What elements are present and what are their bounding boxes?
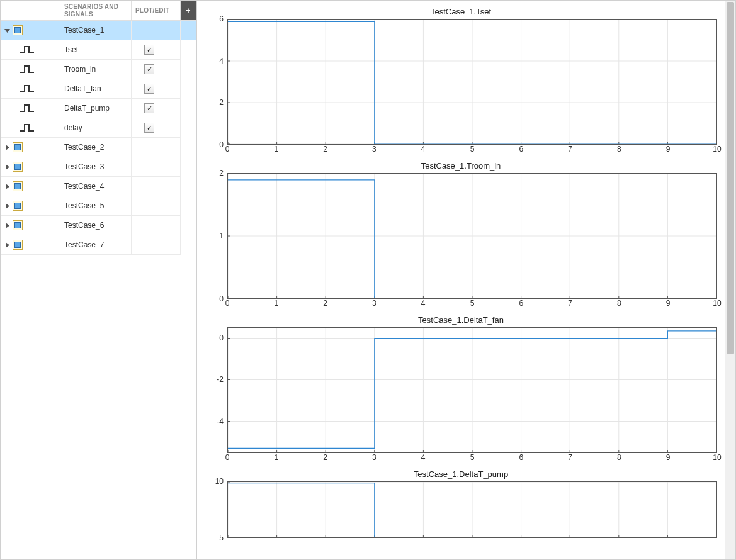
plus-icon: +	[183, 6, 193, 16]
signal-row[interactable]: delay✓	[1, 118, 196, 138]
signal-step-icon	[20, 45, 35, 55]
x-tick-label: 9	[666, 453, 671, 462]
testcase-row[interactable]: TestCase_3	[1, 157, 196, 177]
row-icon-cell	[1, 196, 60, 216]
y-tick-label: -4	[217, 417, 224, 426]
signal-step-icon	[20, 64, 35, 74]
testcase-icon	[13, 142, 23, 152]
scenarios-tree-panel: SCENARIOS AND SIGNALS PLOT/EDIT + TestCa…	[1, 1, 197, 559]
signal-step-icon	[20, 103, 35, 113]
row-icon-cell	[1, 99, 60, 118]
add-scenario-header[interactable]: +	[181, 1, 196, 21]
signal-plot[interactable]: TestCase_1.Tset0246012345678910	[197, 1, 725, 155]
x-axis-labels: 012345678910	[227, 145, 717, 155]
signal-row[interactable]: DeltaT_fan✓	[1, 79, 196, 99]
x-tick-label: 8	[617, 299, 621, 308]
scrollbar-thumb[interactable]	[727, 2, 734, 354]
signal-name[interactable]: Troom_in	[60, 60, 132, 79]
row-icon-cell	[1, 79, 60, 99]
plot-axes[interactable]	[227, 19, 717, 145]
plot-edit-header: PLOT/EDIT	[132, 1, 181, 21]
x-tick-label: 0	[225, 145, 230, 154]
plot-axes[interactable]	[227, 173, 717, 299]
x-tick-label: 4	[421, 453, 426, 462]
signal-name[interactable]: delay	[60, 118, 132, 138]
svg-marker-6	[6, 164, 9, 170]
plot-edit-checkbox[interactable]: ✓	[144, 64, 154, 74]
plot-edit-checkbox[interactable]: ✓	[144, 84, 154, 94]
testcase-row[interactable]: TestCase_2	[1, 138, 196, 157]
testcase-row[interactable]: TestCase_5	[1, 196, 196, 216]
testcase-name[interactable]: TestCase_2	[60, 138, 132, 157]
x-tick-label: 6	[519, 145, 523, 154]
testcase-row[interactable]: TestCase_6	[1, 216, 196, 235]
svg-marker-9	[6, 184, 9, 189]
check-icon: ✓	[147, 86, 152, 92]
testcase-name[interactable]: TestCase_4	[60, 177, 132, 196]
x-tick-label: 1	[274, 145, 278, 154]
signal-row[interactable]: DeltaT_pump✓	[1, 99, 196, 118]
testcase-row[interactable]: TestCase_1	[1, 21, 196, 40]
svg-rect-8	[15, 164, 21, 170]
signal-step-icon	[20, 123, 35, 133]
testcase-name[interactable]: TestCase_5	[60, 196, 132, 216]
x-tick-label: 3	[372, 453, 376, 462]
signal-name[interactable]: Tset	[60, 40, 132, 60]
signal-name[interactable]: DeltaT_pump	[60, 99, 132, 118]
testcase-icon	[13, 201, 23, 211]
x-tick-label: 3	[372, 299, 376, 308]
svg-marker-18	[6, 242, 9, 248]
row-icon-cell	[1, 40, 60, 60]
row-icon-cell	[1, 118, 60, 138]
svg-marker-0	[4, 29, 10, 33]
testcase-name[interactable]: TestCase_1	[60, 21, 132, 40]
x-tick-label: 8	[617, 145, 621, 154]
check-icon: ✓	[147, 66, 152, 73]
disclosure-right-icon[interactable]	[4, 145, 10, 150]
plot-edit-checkbox[interactable]: ✓	[144, 45, 154, 55]
svg-marker-12	[6, 203, 9, 209]
signal-plot[interactable]: TestCase_1.Troom_in012012345678910	[197, 155, 725, 309]
disclosure-right-icon[interactable]	[4, 242, 10, 248]
x-tick-label: 6	[519, 299, 523, 308]
testcase-name[interactable]: TestCase_3	[60, 157, 132, 177]
plot-edit-checkbox[interactable]: ✓	[144, 123, 154, 133]
signal-row[interactable]: Troom_in✓	[1, 60, 196, 79]
plot-edit-cell: ✓	[132, 60, 181, 79]
testcase-name[interactable]: TestCase_6	[60, 216, 132, 235]
disclosure-right-icon[interactable]	[4, 164, 10, 170]
x-axis-labels: 012345678910	[227, 453, 717, 463]
x-tick-label: 1	[274, 453, 278, 462]
testcase-icon	[13, 25, 23, 35]
x-tick-label: 2	[323, 453, 327, 462]
svg-marker-15	[6, 223, 9, 228]
x-tick-label: 10	[713, 453, 721, 462]
plot-area[interactable]: TestCase_1.Tset0246012345678910TestCase_…	[197, 1, 725, 559]
check-icon: ✓	[147, 105, 152, 112]
svg-rect-14	[15, 203, 21, 209]
svg-marker-3	[6, 145, 9, 150]
testcase-name[interactable]: TestCase_7	[60, 235, 132, 255]
disclosure-right-icon[interactable]	[4, 203, 10, 209]
plot-axes[interactable]	[227, 327, 717, 453]
signal-row[interactable]: Tset✓	[1, 40, 196, 60]
disclosure-right-icon[interactable]	[4, 184, 10, 189]
testcase-row[interactable]: TestCase_7	[1, 235, 196, 255]
plot-edit-checkbox[interactable]: ✓	[144, 103, 154, 113]
signal-name[interactable]: DeltaT_fan	[60, 79, 132, 99]
plot-edit-cell: ✓	[132, 118, 181, 138]
disclosure-right-icon[interactable]	[4, 223, 10, 228]
signal-plot[interactable]: TestCase_1.DeltaT_pump510	[197, 463, 725, 538]
x-tick-label: 9	[666, 145, 671, 154]
plot-axes[interactable]	[227, 481, 717, 538]
vertical-scrollbar[interactable]	[725, 1, 735, 559]
plot-edit-cell	[132, 157, 181, 177]
svg-rect-20	[15, 242, 21, 248]
signal-plot[interactable]: TestCase_1.DeltaT_fan-4-20012345678910	[197, 309, 725, 463]
disclosure-down-icon[interactable]	[4, 28, 10, 33]
x-tick-label: 5	[470, 453, 475, 462]
testcase-row[interactable]: TestCase_4	[1, 177, 196, 196]
row-icon-cell	[1, 177, 60, 196]
y-tick-label: 2	[219, 98, 224, 107]
y-axis-labels: 012	[205, 173, 227, 299]
